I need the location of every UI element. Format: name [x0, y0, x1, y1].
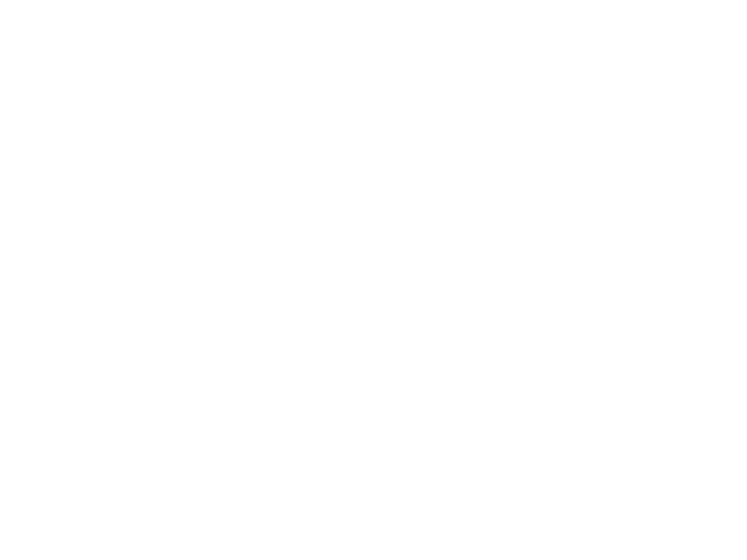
raster-plot — [97, 307, 677, 498]
spectrogram-image — [97, 42, 677, 233]
matlab-figure — [0, 0, 747, 560]
